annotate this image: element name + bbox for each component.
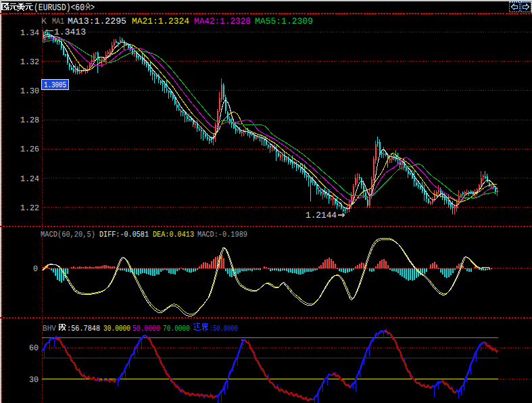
svg-text:1.3005: 1.3005 (44, 80, 66, 90)
svg-text:MACD(60,20,5): MACD(60,20,5) (41, 230, 95, 239)
svg-text:MACD:-0.1989: MACD:-0.1989 (197, 230, 247, 239)
svg-text::50.0000: :50.0000 (210, 324, 238, 333)
svg-text:>: > (91, 3, 95, 14)
svg-text:MA42:1.2328: MA42:1.2328 (194, 16, 251, 26)
svg-text::56.7848: :56.7848 (67, 324, 100, 333)
svg-text:1.32: 1.32 (20, 57, 39, 67)
svg-text:DIFF:-0.0581: DIFF:-0.0581 (99, 230, 149, 239)
svg-text:1.2144: 1.2144 (306, 210, 337, 220)
svg-text:1.3413: 1.3413 (54, 27, 86, 37)
svg-text:1.24: 1.24 (20, 174, 39, 184)
svg-text:DEA:0.0413: DEA:0.0413 (153, 230, 194, 239)
svg-text:1.34: 1.34 (20, 28, 39, 38)
svg-text:30.0000: 30.0000 (103, 324, 130, 333)
svg-text:30: 30 (29, 375, 39, 385)
svg-text:MA21:1.2324: MA21:1.2324 (132, 16, 189, 26)
svg-text:50.0000: 50.0000 (132, 324, 160, 333)
svg-text:60: 60 (29, 343, 39, 353)
svg-text:K: K (41, 16, 47, 26)
svg-text:MA1: MA1 (52, 16, 64, 26)
svg-text:MA55:1.2309: MA55:1.2309 (255, 16, 313, 26)
svg-text:MA13:1.2295: MA13:1.2295 (68, 16, 126, 26)
svg-text:1.26: 1.26 (20, 145, 39, 154)
svg-text:0: 0 (33, 264, 38, 274)
svg-text:(EURUSD)<60: (EURUSD)<60 (34, 3, 84, 14)
svg-text:70.0000: 70.0000 (163, 324, 190, 333)
svg-text:1.22: 1.22 (20, 204, 39, 213)
svg-text:BHV: BHV (43, 324, 57, 333)
svg-text:1.30: 1.30 (20, 87, 39, 96)
svg-text:1.28: 1.28 (20, 116, 39, 125)
